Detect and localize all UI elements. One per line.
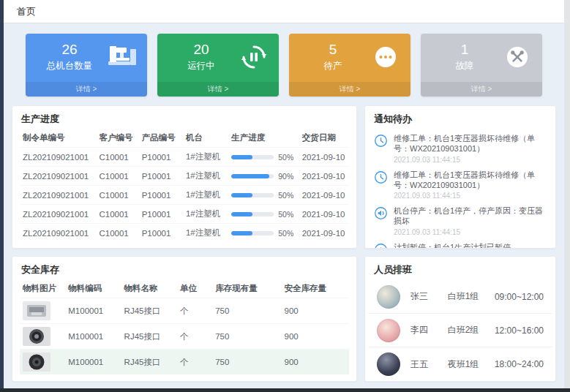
stat-card-body: 1 故障 [421,34,542,79]
progress-percent: 90% [278,172,293,181]
cell-machine: 1#注塑机 [183,148,228,167]
speaker-icon [374,243,388,249]
cell-machine: 1#注塑机 [183,205,228,224]
list-item[interactable]: 维修工单：机台1变压器损坏待维修（单号：WX202109031001） 2021… [374,130,547,167]
round-connector-image [23,327,50,346]
progress-percent: 50% [278,229,293,238]
table-row[interactable]: ZL202109021001 C10001 P10001 1#注塑机 50% 2… [20,148,349,167]
cell-stock: 750 [212,324,281,350]
cell-date: 2021-09-10 [299,205,349,224]
stat-card-text: 26 总机台数量 [31,42,108,72]
tools-icon [503,44,532,70]
col-code: 物料编码 [65,280,121,298]
stat-card-text: 1 故障 [427,42,503,72]
table-row[interactable]: ZL202109021001 C10001 P10001 1#注塑机 50% 2… [20,186,349,205]
production-table: 制令单编号 客户编号 产品编号 机台 生产进度 交货日期 ZL202109021… [20,129,349,242]
production-header-row: 制令单编号 客户编号 产品编号 机台 生产进度 交货日期 [20,129,349,148]
avatar [377,353,400,376]
avatar [377,285,400,309]
table-row[interactable]: M100001 RJ45接口 个 750 900 [20,350,349,375]
pending-value: 5 [295,42,371,58]
tab-home[interactable]: 首页 [17,5,36,18]
notices-panel: 通知待办 维修工单：机台1变压器损坏待维修（单号：WX202109031001）… [364,105,556,249]
total-machines-value: 26 [31,42,108,58]
progress-percent: 50% [278,153,293,162]
pending-label: 待产 [295,60,371,72]
total-machines-detail-link[interactable]: 详情 > [26,82,147,97]
speaker-icon [374,206,388,220]
production-progress-panel: 生产进度 制令单编号 客户编号 产品编号 机台 生产进度 交货日期 [12,105,357,249]
cell-safety: 900 [282,298,349,324]
col-machine: 机台 [183,129,228,148]
cell-name: RJ45接口 [121,350,177,375]
list-item[interactable]: 维修工单：机台1变压器损坏待维修（单号：WX202109031001） 2021… [374,167,547,203]
progress-fill [231,231,252,235]
cell-unit: 个 [177,298,212,324]
tab-bar: 首页 [4,0,564,23]
list-item[interactable]: 张三 白班1组 09:00~12:00 [368,280,552,314]
notice-text: 机台停产：机台1停产，停产原因：变压器损坏 [394,206,547,227]
cell-order: ZL202109021001 [20,186,96,205]
person-name: 李四 [410,324,448,336]
total-machines-label: 总机台数量 [31,60,108,72]
table-row[interactable]: ZL202109021001 C10001 P10001 1#注塑机 90% 2… [20,167,349,186]
running-detail-link[interactable]: 详情 > [157,82,279,97]
stat-card-pending[interactable]: 5 待产 详情 > [289,34,410,97]
stat-card-fault[interactable]: 1 故障 详情 > [421,34,542,97]
production-panel-title: 生产进度 [12,106,356,129]
list-item[interactable]: 机台停产：机台1停产，停产原因：变压器损坏 2021.09.03 11:44:1… [374,203,547,239]
running-icon [239,44,269,70]
running-label: 运行中 [163,60,239,72]
fault-value: 1 [427,42,503,58]
person-shift: 白班1组 [448,290,495,303]
progress-percent: 50% [278,210,293,219]
stat-card-running[interactable]: 20 运行中 详情 > [157,34,279,97]
machine-icon [108,44,137,70]
progress-bar: 50% [231,191,296,200]
cell-order: ZL202109021001 [20,224,96,243]
cell-safety: 900 [282,350,349,375]
col-safety: 安全库存量 [282,280,349,298]
fault-detail-link[interactable]: 详情 > [421,82,542,97]
inventory-table: 物料图片 物料编码 物料名称 单位 库存现有量 安全库存量 [20,280,349,374]
cell-order: ZL202109021001 [20,167,96,186]
notice-timestamp: 2021.09.03 11:44:15 [394,156,547,164]
list-item[interactable]: 李四 白班2组 12:00~16:00 [368,314,552,347]
progress-bar: 50% [231,210,296,219]
cell-product: P10001 [139,205,183,224]
running-value: 20 [163,42,239,58]
pending-detail-link[interactable]: 详情 > [289,82,410,97]
scrollbar-track[interactable] [564,0,570,392]
table-row[interactable]: ZL202109021001 C10001 P10001 1#注塑机 50% 2… [20,224,349,243]
person-time: 18:00~24:00 [495,359,544,369]
inventory-header-row: 物料图片 物料编码 物料名称 单位 库存现有量 安全库存量 [20,280,349,298]
cell-code: M100001 [65,324,121,350]
table-row[interactable]: ZL202109021001 C10001 P10001 1#注塑机 50% 2… [20,205,349,224]
stat-cards-row: 26 总机台数量 详情 > [26,34,542,97]
table-row[interactable]: M100001 RJ45接口 个 750 900 [20,298,349,324]
cell-name: RJ45接口 [121,324,177,350]
stat-card-total-machines[interactable]: 26 总机台数量 详情 > [26,34,147,97]
cell-stock: 750 [212,350,281,375]
cell-machine: 1#注塑机 [183,224,228,243]
list-item[interactable]: 计划暂停：机台1生产计划已暂停 2021.09.03 11:44:15 [374,239,547,249]
cell-code: M100001 [65,350,121,375]
person-name: 张三 [410,290,448,303]
cell-product: P10001 [139,186,183,205]
notice-text: 计划暂停：机台1生产计划已暂停 [394,242,511,249]
col-image: 物料图片 [20,280,65,298]
stat-card-text: 5 待产 [295,42,371,72]
cell-machine: 1#注塑机 [183,167,228,186]
cell-customer: C10001 [96,186,138,205]
cell-customer: C10001 [96,167,138,186]
cell-order: ZL202109021001 [20,148,96,167]
stat-card-body: 5 待产 [289,34,410,79]
cell-date: 2021-09-10 [299,186,349,205]
schedule-panel-title: 人员排班 [365,257,555,280]
list-item[interactable]: 王五 夜班1组 18:00~24:00 [368,347,552,381]
table-row[interactable]: M100001 RJ45接口 个 750 900 [20,324,349,350]
person-name: 王五 [410,358,448,371]
stat-card-body: 20 运行中 [157,34,279,79]
cell-machine: 1#注塑机 [183,186,228,205]
cell-customer: C10001 [96,205,138,224]
